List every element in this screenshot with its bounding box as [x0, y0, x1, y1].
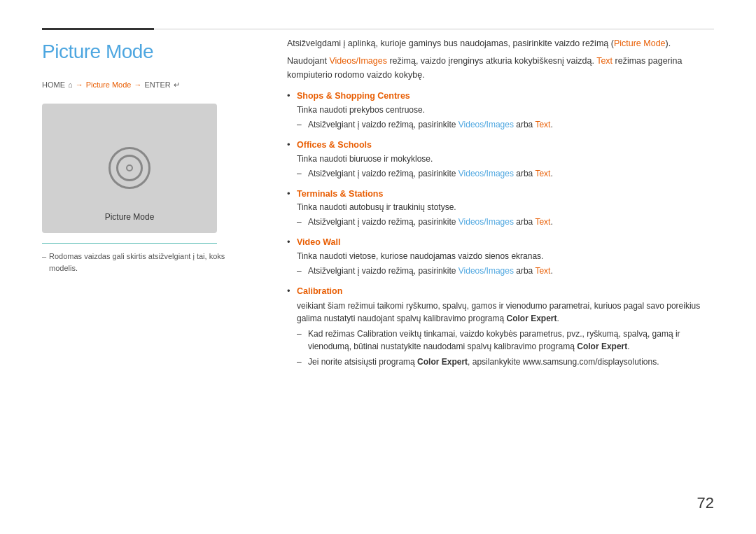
calibration-block: veikiant šiam režimui taikomi ryškumo, s…: [297, 300, 714, 368]
videowall-desc: Tinka naudoti vietose, kuriose naudojama…: [297, 250, 714, 262]
breadcrumb: HOME ⌂ → Picture Mode → ENTER ↵: [42, 79, 252, 91]
calibration-sub-1: Kad režimas Calibration veiktų tinkamai,…: [297, 328, 714, 353]
left-column: Picture Mode HOME ⌂ → Picture Mode → ENT…: [42, 37, 280, 506]
calibration-link: Calibration: [357, 329, 397, 339]
calibration-sub-2: Jei norite atsisiųsti programą Color Exp…: [297, 356, 714, 368]
shops-title: Shops & Shopping Centres: [297, 91, 410, 101]
home-icon: ⌂: [68, 79, 73, 91]
videowall-title: Video Wall: [297, 237, 341, 247]
color-expert-ref3: Color Expert: [417, 357, 468, 367]
shops-sub-item: Atsižvelgiant į vaizdo režimą, pasirinki…: [297, 118, 714, 131]
calibration-sublist: Kad režimas Calibration veiktų tinkamai,…: [297, 328, 714, 368]
device-circle-outer: [108, 147, 150, 189]
note-text: Rodomas vaizdas gali skirtis atsižvelgia…: [42, 251, 252, 274]
list-item-terminals: Terminals & Stations Tinka naudoti autob…: [287, 187, 714, 229]
calibration-title: Calibration: [297, 286, 342, 296]
page-number: 72: [697, 491, 714, 514]
text-ref2: Text: [535, 169, 550, 178]
list-item-shops: Shops & Shopping Centres Tinka naudoti p…: [287, 89, 714, 131]
device-circle-inner: [116, 155, 143, 181]
videos-images-ref3: Videos/Images: [458, 217, 514, 227]
intro-line-2: Naudojant Videos/Images režimą, vaizdo į…: [287, 55, 714, 82]
terminals-title: Terminals & Stations: [297, 189, 383, 199]
terminals-desc: Tinka naudoti autobusų ir traukinių stot…: [297, 201, 714, 213]
intro-text-link: Text: [596, 56, 612, 66]
offices-sub-item: Atsižvelgiant į vaizdo režimą, pasirinki…: [297, 167, 714, 180]
list-item-offices: Offices & Schools Tinka naudoti biuruose…: [287, 138, 714, 180]
list-item-calibration: Calibration veikiant šiam režimui taikom…: [287, 284, 714, 368]
shops-desc: Tinka naudoti prekybos centruose.: [297, 104, 714, 116]
text-ref4: Text: [535, 266, 550, 276]
device-label: Picture Mode: [105, 211, 155, 223]
intro-line2-before: Naudojant: [287, 56, 329, 66]
intro-line1-after: ).: [666, 38, 671, 48]
videos-images-ref: Videos/Images: [458, 120, 514, 129]
calibration-desc: veikiant šiam režimui taikomi ryškumo, s…: [297, 300, 714, 325]
arrow-1: →: [76, 79, 83, 91]
color-expert-ref1: Color Expert: [507, 314, 557, 323]
offices-title: Offices & Schools: [297, 140, 372, 150]
enter-icon: ↵: [174, 79, 180, 91]
offices-sublist: Atsižvelgiant į vaizdo režimą, pasirinki…: [297, 167, 714, 180]
arrow-2: →: [134, 79, 141, 91]
videos-images-ref2: Videos/Images: [458, 169, 514, 178]
videowall-sub-item: Atsižvelgiant į vaizdo režimą, pasirinki…: [297, 265, 714, 277]
videowall-sublist: Atsižvelgiant į vaizdo režimą, pasirinki…: [297, 265, 714, 277]
page-title: Picture Mode: [42, 37, 252, 66]
text-ref: Text: [535, 120, 550, 129]
breadcrumb-link-1: Picture Mode: [86, 79, 132, 91]
terminals-sub-item: Atsižvelgiant į vaizdo režimą, pasirinki…: [297, 216, 714, 228]
videos-images-ref4: Videos/Images: [458, 266, 514, 276]
offices-desc: Tinka naudoti biuruose ir mokyklose.: [297, 153, 714, 165]
right-column: Atsižvelgdami į aplinką, kurioje gaminys…: [280, 37, 714, 506]
intro-videos-images-link: Videos/Images: [329, 56, 386, 66]
top-divider: [42, 28, 714, 30]
text-ref3: Text: [535, 217, 550, 227]
device-preview: Picture Mode: [42, 104, 217, 233]
intro-line1-before: Atsižvelgdami į aplinką, kurioje gaminys…: [287, 38, 614, 48]
intro-line2-mid: režimą, vaizdo įrenginys atkuria kokybiš…: [387, 56, 596, 66]
home-label: HOME: [42, 79, 65, 91]
list-item-videowall: Video Wall Tinka naudoti vietose, kurios…: [287, 235, 714, 277]
terminals-sublist: Atsižvelgiant į vaizdo režimą, pasirinki…: [297, 216, 714, 228]
teal-divider: [42, 243, 217, 244]
color-expert-ref2: Color Expert: [577, 342, 627, 351]
intro-picture-mode-link: Picture Mode: [614, 38, 666, 48]
shops-sublist: Atsižvelgiant į vaizdo režimą, pasirinki…: [297, 118, 714, 131]
intro-line-1: Atsižvelgdami į aplinką, kurioje gaminys…: [287, 37, 714, 50]
bullet-list: Shops & Shopping Centres Tinka naudoti p…: [287, 89, 714, 368]
device-circle-dot: [126, 164, 133, 171]
enter-label: ENTER: [144, 79, 170, 91]
